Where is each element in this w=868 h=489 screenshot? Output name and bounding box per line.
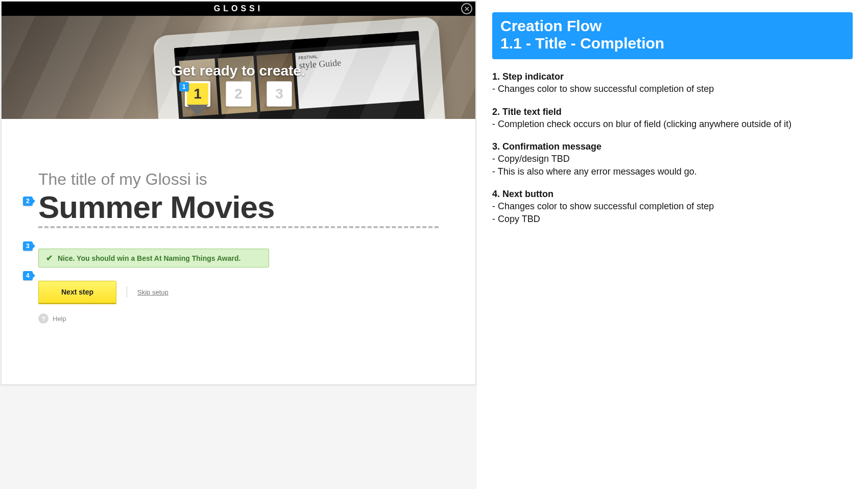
modal-topbar: GLOSSI <box>2 2 475 16</box>
step-indicator: 1 2 3 <box>185 81 292 107</box>
help-icon: ? <box>38 313 49 324</box>
close-icon[interactable] <box>461 3 472 14</box>
form-area: The title of my Glossi is ✔ Nice. You sh… <box>2 119 475 324</box>
spec-item-title: 2. Title text field <box>492 106 853 118</box>
brand-logo: GLOSSI <box>214 4 263 13</box>
spec-header: Creation Flow 1.1 - Title - Completion <box>492 12 853 59</box>
help-label: Help <box>53 315 66 323</box>
spec-item-bullet: - Copy/design TBD <box>492 153 853 165</box>
action-row: Next step Skip setup <box>38 281 439 303</box>
spec-item-title: 1. Step indicator <box>492 70 853 83</box>
confirmation-text: Nice. You should win a Best At Naming Th… <box>58 254 240 262</box>
next-button[interactable]: Next step <box>38 281 116 303</box>
annotation-badge-1: 1 <box>179 82 189 91</box>
skip-setup-link[interactable]: Skip setup <box>137 288 168 296</box>
spec-item-bullet: - Completion check occurs on blur of fie… <box>492 118 853 130</box>
step-3[interactable]: 3 <box>267 81 292 107</box>
help-row[interactable]: ? Help <box>38 313 439 324</box>
annotation-badge-3: 3 <box>23 241 33 251</box>
spec-item-bullet: - Changes color to show successful compl… <box>492 200 853 212</box>
check-icon: ✔ <box>46 253 53 263</box>
annotation-badge-4: 4 <box>23 271 33 280</box>
spec-item-bullet: - This is also where any error messages … <box>492 165 853 178</box>
title-input[interactable] <box>38 189 439 228</box>
hero-title: Get ready to create. <box>2 63 475 79</box>
spec-panel: Creation Flow 1.1 - Title - Completion 1… <box>477 0 868 489</box>
spec-header-line1: Creation Flow <box>500 17 845 35</box>
spec-body: 1. Step indicator- Changes color to show… <box>492 70 853 225</box>
spec-item-bullet: - Copy TBD <box>492 213 853 225</box>
confirmation-message: ✔ Nice. You should win a Best At Naming … <box>38 249 269 267</box>
wizard-modal: GLOSSI FESTIVALstyle Guide Get ready to … <box>1 1 476 385</box>
spec-item-title: 3. Confirmation message <box>492 140 853 153</box>
title-prompt: The title of my Glossi is <box>38 170 439 189</box>
spec-item-title: 4. Next button <box>492 188 853 200</box>
step-2[interactable]: 2 <box>226 81 251 107</box>
divider <box>127 286 127 298</box>
annotation-badge-2: 2 <box>23 197 33 206</box>
spec-item-bullet: - Changes color to show successful compl… <box>492 83 853 95</box>
spec-header-line2: 1.1 - Title - Completion <box>500 35 845 52</box>
